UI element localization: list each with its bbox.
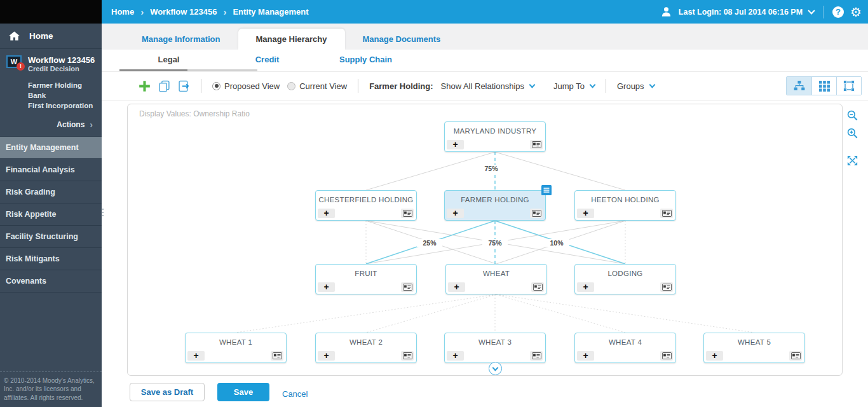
entity-node-chesterfield-holding[interactable]: CHESTERFIELD HOLDING + — [315, 190, 417, 221]
entity-node-maryland-industry[interactable]: MARYLAND INDUSTRY + — [444, 121, 546, 152]
sidebar-item-risk-mitigants[interactable]: Risk Mitigants — [0, 248, 102, 270]
relationships-value: Show All Relationships — [441, 81, 525, 91]
entity-card-icon[interactable] — [271, 351, 283, 361]
jump-to-label: Jump To — [553, 81, 585, 91]
sidebar-item-facility-structuring[interactable]: Facility Structuring — [0, 226, 102, 248]
entity-card-icon[interactable] — [660, 209, 673, 218]
sidebar-actions-button[interactable]: Actions › — [0, 112, 102, 136]
tree-view-button[interactable] — [787, 77, 811, 95]
node-add-button[interactable]: + — [448, 282, 465, 292]
proposed-view-radio[interactable]: Proposed View — [212, 81, 280, 91]
frame-select-icon — [843, 79, 855, 92]
cancel-link[interactable]: Cancel — [282, 389, 308, 399]
breadcrumb-entity-management: Entity Management — [233, 7, 308, 17]
entity-node-wheat-1[interactable]: WHEAT 1 + — [185, 333, 287, 363]
entity-card-icon[interactable] — [401, 282, 414, 292]
edge-label-farmer-fruit: 25% — [417, 239, 442, 247]
sidebar-item-covenants[interactable]: Covenants — [0, 270, 102, 293]
zoom-in-icon[interactable] — [846, 127, 858, 139]
sidebar-home[interactable]: Home — [0, 24, 102, 49]
sidebar-entity-name: Farmer Holding Bank First Incorporation — [0, 75, 102, 112]
current-view-radio[interactable]: Current View — [287, 81, 347, 91]
breadcrumb-home[interactable]: Home — [111, 7, 134, 17]
entity-node-farmer-holding[interactable]: FARMER HOLDING + — [444, 190, 546, 221]
tab-manage-documents[interactable]: Manage Documents — [345, 29, 459, 50]
sidebar-item-risk-appetite[interactable]: Risk Appetite — [0, 204, 102, 226]
zoom-out-icon[interactable] — [846, 109, 858, 121]
hierarchy-canvas[interactable]: Display Values: Ownership Ratio — [127, 104, 843, 376]
tab-manage-information[interactable]: Manage Information — [124, 29, 238, 50]
save-button[interactable]: Save — [217, 383, 269, 401]
groups-dropdown[interactable]: Groups — [617, 81, 654, 91]
export-icon[interactable] — [178, 80, 190, 92]
entity-name-line1: Farmer Holding Bank — [28, 80, 102, 100]
entity-node-wheat[interactable]: WHEAT + — [445, 264, 547, 294]
user-menu-chevron-icon[interactable] — [808, 7, 815, 14]
entity-card-icon[interactable] — [660, 282, 673, 292]
node-label: FRUIT — [316, 270, 416, 277]
settings-gear-icon[interactable]: ⚙ — [850, 6, 862, 18]
entity-node-wheat-2[interactable]: WHEAT 2 + — [315, 333, 417, 363]
breadcrumb-workflow[interactable]: Workflow 123456 — [150, 7, 217, 17]
sidebar-workflow-block[interactable]: W ! Workflow 123456 Credit Decision — [0, 49, 102, 75]
entity-card-icon[interactable] — [660, 351, 673, 361]
toolbar-divider — [201, 79, 201, 93]
help-icon[interactable]: ? — [832, 6, 844, 18]
tab-manage-hierarchy[interactable]: Manage Hierarchy — [238, 29, 345, 50]
node-add-button[interactable]: + — [577, 351, 594, 361]
entity-card-icon[interactable] — [401, 351, 414, 361]
copyright-text: © 2010-2014 Moody's Analytics, Inc. and/… — [0, 371, 102, 407]
grid-view-button[interactable] — [811, 77, 836, 95]
node-add-button[interactable]: + — [577, 282, 594, 292]
relationships-dropdown[interactable]: Show All Relationships — [441, 81, 535, 91]
entity-node-wheat-4[interactable]: WHEAT 4 + — [574, 333, 676, 363]
node-label: CHESTERFIELD HOLDING — [316, 196, 416, 204]
expand-children-button[interactable] — [489, 362, 502, 375]
node-add-button[interactable]: + — [577, 209, 594, 218]
frame-select-view-button[interactable] — [836, 77, 861, 95]
jump-to-dropdown[interactable]: Jump To — [553, 81, 595, 91]
save-as-draft-button[interactable]: Save as Draft — [130, 383, 205, 401]
subtab-legal[interactable]: Legal — [119, 50, 218, 71]
node-add-button[interactable]: + — [318, 209, 335, 218]
node-add-button[interactable]: + — [706, 351, 723, 361]
entity-card-icon[interactable] — [530, 140, 543, 149]
entity-node-heeton-holding[interactable]: HEETON HOLDING + — [574, 190, 676, 221]
node-add-button[interactable]: + — [318, 351, 335, 361]
node-label: WHEAT 4 — [575, 338, 675, 346]
chevron-down-icon — [529, 82, 536, 88]
chevron-down-icon — [590, 82, 596, 88]
entity-card-icon[interactable] — [530, 209, 543, 218]
view-switcher — [786, 76, 862, 95]
sidebar-item-risk-grading[interactable]: Risk Grading — [0, 181, 102, 204]
copy-icon[interactable] — [158, 80, 170, 92]
entity-card-icon[interactable] — [530, 351, 543, 361]
node-add-button[interactable]: + — [447, 351, 464, 361]
edge-label-farmer-lodging: 10% — [544, 239, 569, 247]
entity-node-fruit[interactable]: FRUIT + — [315, 264, 417, 294]
entity-card-icon[interactable] — [531, 282, 544, 292]
entity-card-icon[interactable] — [789, 351, 802, 361]
chevron-down-icon — [649, 82, 655, 88]
node-context-menu-icon[interactable] — [541, 185, 552, 195]
node-label: WHEAT — [446, 270, 546, 277]
sidebar-item-financial-analysis[interactable]: Financial Analysis — [0, 159, 102, 181]
entity-card-icon[interactable] — [401, 209, 414, 218]
fit-to-screen-icon[interactable] — [846, 155, 858, 167]
panel-resize-handle[interactable] — [102, 209, 104, 216]
breadcrumb: Home › Workflow 123456 › Entity Manageme… — [111, 0, 309, 24]
user-icon — [660, 6, 672, 18]
node-add-button[interactable]: + — [447, 140, 464, 149]
subtab-credit[interactable]: Credit — [218, 50, 316, 71]
entity-node-wheat-5[interactable]: WHEAT 5 + — [703, 333, 805, 363]
entity-node-lodging[interactable]: LODGING + — [574, 264, 676, 294]
node-add-button[interactable]: + — [447, 209, 464, 218]
add-entity-icon[interactable] — [139, 80, 151, 92]
topbar-divider — [823, 6, 824, 18]
entity-node-wheat-3[interactable]: WHEAT 3 + — [444, 333, 546, 363]
subtab-supply-chain[interactable]: Supply Chain — [316, 50, 415, 71]
radio-unselected-icon — [287, 82, 295, 90]
sidebar-item-entity-management[interactable]: Entity Management — [0, 137, 102, 159]
node-add-button[interactable]: + — [187, 351, 205, 361]
node-add-button[interactable]: + — [318, 282, 335, 292]
